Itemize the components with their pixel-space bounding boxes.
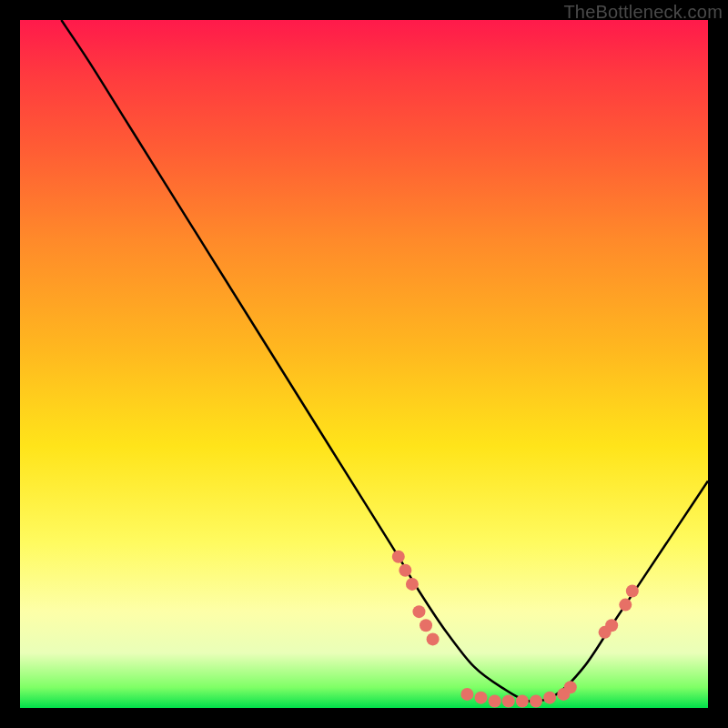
- curve-marker: [619, 599, 632, 612]
- curve-marker: [406, 578, 419, 591]
- curve-marker: [420, 619, 432, 632]
- watermark-text: TheBottleneck.com: [563, 2, 723, 23]
- curve-marker: [475, 692, 488, 704]
- curve-marker: [626, 584, 639, 597]
- chart-svg: [20, 20, 708, 708]
- curve-marker: [530, 694, 542, 707]
- curve-marker: [516, 694, 529, 707]
- curve-marker: [564, 681, 577, 693]
- chart-frame: [20, 20, 708, 708]
- curve-marker: [427, 632, 440, 645]
- curve-marker: [399, 564, 411, 577]
- curve-marker: [543, 692, 556, 704]
- bottleneck-curve: [61, 20, 708, 702]
- curve-marker: [392, 551, 405, 563]
- curve-marker: [605, 619, 618, 632]
- curve-marker: [412, 605, 425, 618]
- curve-markers: [392, 551, 639, 708]
- curve-marker: [489, 694, 501, 707]
- curve-marker: [460, 688, 473, 701]
- bottleneck-curve-path: [61, 20, 708, 702]
- curve-marker: [502, 694, 515, 707]
